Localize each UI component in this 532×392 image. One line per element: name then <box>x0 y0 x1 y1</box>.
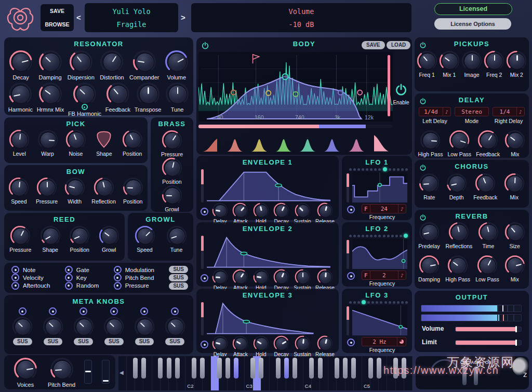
knob-speed[interactable]: Speed <box>135 225 155 253</box>
body-preset-thumbnail[interactable] <box>323 136 341 153</box>
piano-black-key[interactable] <box>250 358 255 379</box>
piano-black-key[interactable] <box>368 358 373 379</box>
lfo-step-dot[interactable] <box>378 168 381 171</box>
lfo-step-dot[interactable] <box>357 235 360 237</box>
knob-pressure[interactable]: Pressure <box>161 130 183 157</box>
knob-speed[interactable]: Speed <box>8 177 29 205</box>
note-icon[interactable]: ♪ <box>516 107 524 116</box>
fb-harmonic-indicator[interactable] <box>82 104 88 110</box>
knob-pressure[interactable]: Pressure <box>9 225 31 253</box>
knob-mix[interactable]: Mix <box>504 130 525 157</box>
piano-black-key[interactable] <box>292 358 297 379</box>
knob-sustain[interactable]: Sustain <box>294 202 311 224</box>
radio-icon[interactable] <box>171 307 179 315</box>
radio-icon[interactable] <box>79 307 87 315</box>
lfo-step-dot[interactable] <box>404 234 408 238</box>
knob-reflection[interactable]: Reflection <box>91 177 116 205</box>
knob-decay[interactable]: Decay <box>273 335 289 357</box>
sus-button[interactable]: SUS <box>169 274 188 281</box>
body-preset-thumbnail[interactable] <box>299 136 316 153</box>
knob-dispersion[interactable]: Dispersion <box>68 50 95 80</box>
piano-black-key[interactable] <box>284 358 289 379</box>
sus-button[interactable]: SUS <box>165 338 184 345</box>
envelope3-select-radio[interactable] <box>201 341 208 348</box>
preset-prev-button[interactable]: < <box>76 13 81 22</box>
note-icon[interactable]: ♪ <box>398 205 406 213</box>
piano-black-key[interactable] <box>259 358 263 379</box>
body-preset-thumbnail[interactable] <box>202 136 219 153</box>
knob-release[interactable]: Release <box>315 269 335 291</box>
envelope2-amount-fader[interactable] <box>201 236 204 269</box>
lfo-step-dot[interactable] <box>353 301 356 304</box>
envelope1-select-radio[interactable] <box>201 208 208 215</box>
piano-black-key[interactable] <box>133 358 138 379</box>
hz-mode-icon[interactable] <box>397 337 406 346</box>
piano-black-key[interactable] <box>335 358 339 379</box>
knob-sustain[interactable]: Sustain <box>294 269 311 291</box>
radio-icon[interactable] <box>11 266 19 274</box>
knob-sustain[interactable]: Sustain <box>294 335 311 357</box>
knob-tune[interactable]: Tune <box>165 82 189 113</box>
knob-volume[interactable]: Volume <box>165 50 189 80</box>
sus-button[interactable]: SUS <box>44 338 63 345</box>
lfo1-wave[interactable] <box>352 172 407 202</box>
envelope2-select-radio[interactable] <box>201 274 208 282</box>
knob-width[interactable]: Width <box>64 177 85 205</box>
envelope3-curve[interactable] <box>207 301 330 335</box>
knob-low-pass[interactable]: Low Pass <box>475 255 499 282</box>
lfo-step-dot[interactable] <box>389 301 391 304</box>
body-preset-thumbnail[interactable] <box>348 136 365 153</box>
radio-icon[interactable] <box>140 307 148 315</box>
lfo-step-dot[interactable] <box>383 235 385 237</box>
lfo-step-dot[interactable] <box>349 301 352 304</box>
lfo-step-dot[interactable] <box>389 168 391 171</box>
knob-level[interactable]: Level <box>9 129 30 157</box>
radio-icon[interactable] <box>65 266 73 274</box>
sync-mode-chip[interactable]: F <box>362 205 370 213</box>
knob-voices[interactable]: Voices <box>14 357 37 388</box>
lfo-step-dot[interactable] <box>370 235 373 237</box>
knob-high-pass[interactable]: High Pass <box>445 255 470 282</box>
knob-release[interactable]: Release <box>315 335 335 357</box>
piano-black-key[interactable] <box>225 358 230 379</box>
knob-growl[interactable]: Growl <box>99 225 119 253</box>
preset-next-button[interactable]: > <box>181 13 185 22</box>
radio-icon[interactable] <box>114 274 122 281</box>
knob-meta[interactable] <box>134 316 155 337</box>
knob-tune[interactable]: Tune <box>166 225 187 253</box>
delay-value-mode[interactable]: Stereo <box>455 107 489 116</box>
lfo-step-dot[interactable] <box>362 235 364 237</box>
lfo-step-dot[interactable] <box>362 300 366 304</box>
knob-hold[interactable]: Hold <box>253 269 269 291</box>
body-preset-thumbnail[interactable] <box>275 136 292 153</box>
knob-depth[interactable]: Depth <box>446 173 467 200</box>
radio-icon[interactable] <box>19 307 26 315</box>
lfo1-frequency-value[interactable]: F 24 ♪ <box>362 204 406 213</box>
lfo-step-dot[interactable] <box>380 301 382 304</box>
sus-button[interactable]: SUS <box>104 338 124 345</box>
piano-black-key[interactable] <box>276 358 281 379</box>
knob-pressure[interactable]: Pressure <box>36 177 58 205</box>
knob-mix-2[interactable]: Mix 2 <box>506 50 527 78</box>
lfo-step-dot[interactable] <box>391 235 394 237</box>
piano-black-key[interactable] <box>234 358 238 379</box>
browse-button[interactable]: BROWSE <box>41 18 74 31</box>
piano-black-key[interactable] <box>351 358 356 379</box>
lfo-step-dot[interactable] <box>383 167 387 171</box>
knob-size[interactable]: Size <box>504 222 525 249</box>
licensed-button[interactable]: Licensed <box>434 3 512 15</box>
mod-wheel-slider[interactable] <box>84 360 92 384</box>
knob-pitch-bend[interactable]: Pitch Bend <box>48 357 75 388</box>
body-range-bar[interactable] <box>198 125 393 128</box>
knob-freq-2[interactable]: Freq 2 <box>484 50 504 78</box>
knob-delay[interactable]: Delay <box>212 335 228 357</box>
radio-icon[interactable] <box>11 282 19 290</box>
lfo2-frequency-value[interactable]: F 2 ♪ <box>362 271 406 280</box>
lfo-step-dot[interactable] <box>349 235 352 237</box>
sus-button[interactable]: SUS <box>135 338 154 345</box>
mod-source-gate[interactable]: Gate <box>65 266 99 274</box>
knob-transpose[interactable]: Transpose <box>135 82 162 113</box>
lfo1-amount-fader[interactable] <box>347 173 349 202</box>
sus-button[interactable]: SUS <box>169 266 188 273</box>
delay-value-left-delay[interactable]: 1/4d♪ <box>419 107 451 116</box>
